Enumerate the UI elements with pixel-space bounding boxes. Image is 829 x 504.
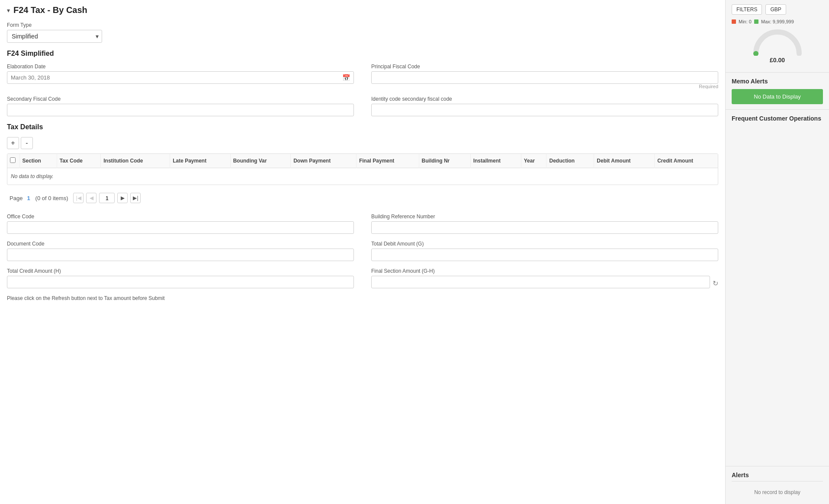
- first-page-button[interactable]: |◀: [73, 193, 84, 203]
- prev-page-button[interactable]: ◀: [86, 193, 96, 203]
- col-late-payment: Late Payment: [170, 154, 231, 168]
- tax-details-title: Tax Details: [7, 123, 718, 131]
- building-reference-label: Building Reference Number: [371, 214, 718, 220]
- items-info: (0 of 0 items): [35, 195, 68, 201]
- secondary-fiscal-code-label: Secondary Fiscal Code: [7, 96, 354, 102]
- secondary-fiscal-code-input[interactable]: [7, 104, 354, 116]
- identity-code-secondary-input[interactable]: [371, 104, 718, 116]
- no-data-text: No data to display.: [7, 168, 718, 185]
- max-dot: [754, 19, 758, 24]
- page-title: F24 Tax - By Cash: [13, 5, 87, 15]
- col-institution-code: Institution Code: [101, 154, 170, 168]
- no-data-row: No data to display.: [7, 168, 718, 185]
- remove-row-button[interactable]: -: [21, 137, 33, 149]
- add-row-button[interactable]: +: [7, 137, 19, 149]
- col-building-nr: Building Nr: [419, 154, 470, 168]
- col-bounding-var: Bounding Var: [230, 154, 290, 168]
- memo-alerts-title: Memo Alerts: [732, 78, 823, 85]
- f24-section-title: F24 Simplified: [7, 50, 718, 57]
- frequent-ops-title: Frequent Customer Operations: [732, 115, 823, 122]
- min-dot: [732, 19, 736, 24]
- col-final-payment: Final Payment: [356, 154, 419, 168]
- office-code-input[interactable]: [7, 221, 354, 234]
- last-page-button[interactable]: ▶|: [130, 193, 141, 203]
- total-credit-input[interactable]: [7, 276, 354, 288]
- identity-code-secondary-label: Identity code secondary fiscal code: [371, 96, 718, 102]
- next-page-button[interactable]: ▶: [117, 193, 128, 203]
- document-code-label: Document Code: [7, 241, 354, 247]
- col-installment: Installment: [470, 154, 521, 168]
- required-hint: Required: [371, 84, 718, 89]
- total-debit-input[interactable]: [371, 249, 718, 261]
- col-debit-amount: Debit Amount: [594, 154, 655, 168]
- gauge-chart: [752, 28, 803, 56]
- page-label: Page: [10, 195, 22, 201]
- min-label: Min: 0: [739, 19, 752, 24]
- max-label: Max: 9,999,999: [761, 19, 794, 24]
- office-code-label: Office Code: [7, 214, 354, 220]
- col-credit-amount: Credit Amount: [655, 154, 718, 168]
- elaboration-date-label: Elaboration Date: [7, 64, 354, 70]
- principal-fiscal-code-input[interactable]: [371, 71, 718, 84]
- form-type-select[interactable]: SimplifiedOrdinary: [7, 30, 102, 43]
- calendar-icon[interactable]: 📅: [342, 74, 350, 82]
- final-section-input[interactable]: [371, 276, 710, 288]
- current-page-display: 1: [27, 195, 30, 201]
- no-record-text: No record to display: [732, 486, 823, 499]
- gauge-amount: £0.00: [770, 57, 785, 64]
- building-reference-input[interactable]: [371, 221, 718, 234]
- memo-no-data-button[interactable]: No Data to Display: [732, 89, 823, 104]
- elaboration-date-input[interactable]: [7, 71, 354, 84]
- page-number-input[interactable]: [99, 193, 115, 203]
- document-code-input[interactable]: [7, 249, 354, 261]
- col-section: Section: [19, 154, 57, 168]
- col-deduction: Deduction: [546, 154, 594, 168]
- total-debit-label: Total Debit Amount (G): [371, 241, 718, 247]
- col-year: Year: [521, 154, 546, 168]
- principal-fiscal-code-label: Principal Fiscal Code: [371, 64, 718, 70]
- col-down-payment: Down Payment: [291, 154, 357, 168]
- alerts-title: Alerts: [732, 472, 823, 482]
- refresh-note: Please click on the Refresh button next …: [7, 295, 718, 301]
- final-section-label: Final Section Amount (G-H): [371, 268, 718, 274]
- total-credit-label: Total Credit Amount (H): [7, 268, 354, 274]
- filters-button[interactable]: FILTERS: [732, 4, 762, 15]
- form-type-label: Form Type: [7, 22, 718, 28]
- select-all-checkbox[interactable]: [10, 157, 16, 163]
- collapse-icon[interactable]: ▾: [7, 7, 10, 14]
- col-tax-code: Tax Code: [57, 154, 100, 168]
- currency-button[interactable]: GBP: [765, 4, 786, 15]
- refresh-spinner-icon: ↻: [713, 279, 718, 287]
